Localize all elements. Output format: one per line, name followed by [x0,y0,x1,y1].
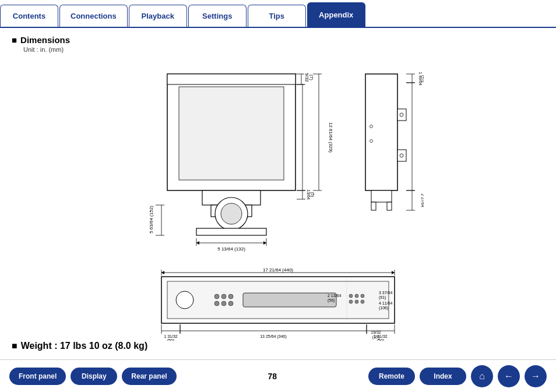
svg-marker-34 [263,241,266,245]
profile-view-diagram: 1 49/64 (45) 8 55/64 (225) 2 27/64 (59) [354,56,424,260]
svg-text:5 13/64 (132): 5 13/64 (132) [217,246,245,252]
back-button[interactable]: ← [498,365,520,387]
svg-point-72 [214,301,219,306]
tab-connections[interactable]: Connections [59,5,128,27]
svg-rect-75 [243,293,336,307]
svg-point-68 [176,291,193,309]
svg-rect-43 [371,190,392,202]
svg-rect-7 [196,228,266,235]
bottom-right-nav: Remote Index ⌂ ← → [368,365,547,387]
svg-text:2 27/64: 2 27/64 [421,193,424,207]
svg-text:(91): (91) [379,295,386,300]
svg-point-77 [355,294,358,298]
svg-text:1 31/32: 1 31/32 [164,334,177,338]
svg-text:(50): (50) [377,338,384,341]
index-button[interactable]: Index [420,368,466,385]
svg-marker-64 [392,271,395,274]
side-view-diagram: 9/32 (7) 12 61/64 (329) 13 27/64 (341) 1… [132,56,342,260]
svg-text:(56): (56) [328,298,335,303]
svg-marker-33 [196,241,199,245]
diagrams-container: 9/32 (7) 12 61/64 (329) 13 27/64 (341) 1… [12,56,544,260]
svg-point-78 [361,294,364,298]
svg-point-73 [221,301,226,306]
svg-text:13 25/64 (340): 13 25/64 (340) [260,334,287,339]
svg-point-41 [370,125,373,128]
svg-text:1 49/64: 1 49/64 [418,72,423,85]
svg-text:17 21/64 (440): 17 21/64 (440) [263,267,293,273]
svg-point-71 [228,294,233,299]
section-title-dimensions: Dimensions [12,35,544,45]
tab-playback[interactable]: Playback [129,5,187,27]
svg-text:12 61/64 (329): 12 61/64 (329) [328,122,333,153]
weight-section: Weight : 17 lbs 10 oz (8.0 kg) [12,341,147,351]
svg-rect-45 [387,202,392,210]
weight-title: Weight : 17 lbs 10 oz (8.0 kg) [12,341,147,351]
svg-text:4 11/64: 4 11/64 [379,301,392,305]
svg-rect-36 [365,74,397,190]
svg-text:3 37/64: 3 37/64 [379,291,392,295]
svg-point-70 [221,294,226,299]
svg-rect-1 [167,74,295,84]
svg-rect-44 [371,202,376,210]
home-icon: ⌂ [479,371,485,382]
bottom-bar: Front panel Display Rear panel 78 Remote… [0,359,556,392]
tab-contents[interactable]: Contents [0,5,58,27]
forward-icon: → [531,371,540,382]
svg-rect-2 [179,87,284,180]
navigation-tabs: Contents Connections Playback Settings T… [0,0,556,28]
unit-label: Unit : in. (mm) [23,46,544,53]
svg-text:1 31/32: 1 31/32 [374,334,387,338]
svg-text:5 63/64 (152): 5 63/64 (152) [149,206,154,234]
top-view-container: 17 21/64 (440) [12,265,544,341]
svg-text:9/32: 9/32 [304,73,309,82]
svg-text:(50): (50) [167,338,174,341]
rear-panel-button[interactable]: Rear panel [122,368,176,385]
bottom-left-nav: Front panel Display Rear panel [9,368,177,385]
back-icon: ← [504,371,513,382]
svg-point-6 [221,203,242,224]
front-panel-button[interactable]: Front panel [9,368,66,385]
svg-text:(7): (7) [309,75,314,80]
svg-marker-63 [161,271,164,274]
main-content: Dimensions Unit : in. (mm) [0,28,556,359]
tab-settings[interactable]: Settings [188,5,247,27]
page-number: 78 [268,372,277,381]
svg-point-74 [228,301,233,306]
svg-text:13/64: 13/64 [307,189,311,200]
svg-point-81 [361,300,364,303]
svg-point-40 [400,154,403,157]
svg-point-39 [400,113,403,116]
display-button[interactable]: Display [71,368,117,385]
remote-button[interactable]: Remote [368,368,415,385]
svg-text:(5): (5) [310,192,315,197]
forward-button[interactable]: → [525,365,547,387]
home-button[interactable]: ⌂ [471,365,493,387]
svg-point-76 [349,294,353,298]
top-view-diagram: 17 21/64 (440) [150,265,406,341]
svg-text:(106): (106) [379,306,388,310]
svg-point-42 [370,140,373,143]
svg-point-69 [214,294,219,299]
svg-point-80 [355,300,358,303]
tab-appendix[interactable]: Appendix [307,2,365,27]
svg-point-79 [349,300,353,303]
svg-text:2 13/64: 2 13/64 [328,294,341,298]
tab-tips[interactable]: Tips [248,5,306,27]
